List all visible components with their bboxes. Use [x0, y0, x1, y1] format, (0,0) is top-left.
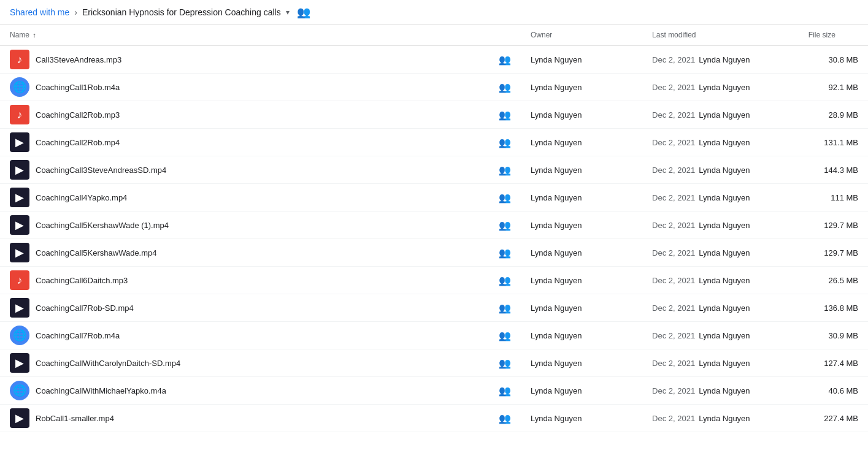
modified-by: Lynda Nguyen — [699, 248, 750, 257]
file-name-cell[interactable]: 🌐 CoachingCall1Rob.m4a 👥 — [0, 74, 521, 101]
file-table: Name ↑ Owner Last modified File size ♪ C… — [0, 25, 868, 432]
file-name-cell[interactable]: ▶ CoachingCall7Rob-SD.mp4 👥 — [0, 294, 521, 322]
table-row[interactable]: 🌐 CoachingCallWithMichaelYapko.m4a 👥 Lyn… — [0, 377, 868, 405]
file-modified-cell: Dec 2, 2021 Lynda Nguyen — [642, 294, 799, 322]
file-name-cell[interactable]: ▶ CoachingCall4Yapko.mp4 👥 — [0, 184, 521, 212]
file-owner-cell: Lynda Nguyen — [521, 212, 642, 239]
breadcrumb: Shared with me › Ericksonian Hypnosis fo… — [0, 0, 868, 25]
file-name-label: CoachingCallWithCarolynDaitch-SD.mp4 — [36, 359, 493, 368]
column-header-file-size[interactable]: File size — [799, 25, 868, 46]
column-header-last-modified[interactable]: Last modified — [642, 25, 799, 46]
file-owner-cell: Lynda Nguyen — [521, 405, 642, 432]
table-row[interactable]: ♪ CoachingCall2Rob.mp3 👥 Lynda Nguyen De… — [0, 101, 868, 129]
modified-date: Dec 2, 2021 — [652, 221, 695, 230]
column-header-name[interactable]: Name ↑ — [0, 25, 521, 46]
file-type-icon: ▶ — [10, 132, 29, 152]
file-size-cell: 227.4 MB — [799, 405, 868, 432]
file-size-cell: 111 MB — [799, 184, 868, 212]
file-name-label: Call3SteveAndreas.mp3 — [36, 55, 493, 64]
file-name-cell[interactable]: ▶ CoachingCallWithCarolynDaitch-SD.mp4 👥 — [0, 349, 521, 377]
modified-date: Dec 2, 2021 — [652, 193, 695, 202]
file-name-cell[interactable]: ▶ CoachingCall2Rob.mp4 👥 — [0, 129, 521, 156]
column-header-owner[interactable]: Owner — [521, 25, 642, 46]
table-row[interactable]: 🌐 CoachingCall7Rob.m4a 👥 Lynda Nguyen De… — [0, 322, 868, 349]
table-row[interactable]: ▶ CoachingCall4Yapko.mp4 👥 Lynda Nguyen … — [0, 184, 868, 212]
file-owner-cell: Lynda Nguyen — [521, 349, 642, 377]
breadcrumb-shared-with-me[interactable]: Shared with me — [10, 7, 69, 17]
shared-icon[interactable]: 👥 — [499, 302, 511, 314]
file-owner-cell: Lynda Nguyen — [521, 101, 642, 129]
file-modified-cell: Dec 2, 2021 Lynda Nguyen — [642, 322, 799, 349]
table-row[interactable]: ▶ CoachingCall7Rob-SD.mp4 👥 Lynda Nguyen… — [0, 294, 868, 322]
file-size-cell: 129.7 MB — [799, 239, 868, 267]
modified-date: Dec 2, 2021 — [652, 276, 695, 285]
file-name-cell[interactable]: ♪ Call3SteveAndreas.mp3 👥 — [0, 46, 521, 74]
shared-icon[interactable]: 👥 — [499, 137, 511, 148]
modified-date: Dec 2, 2021 — [652, 303, 695, 313]
folder-shared-icon[interactable]: 👥 — [297, 6, 310, 19]
table-row[interactable]: ▶ RobCall1-smaller.mp4 👥 Lynda Nguyen De… — [0, 405, 868, 432]
table-row[interactable]: ▶ CoachingCallWithCarolynDaitch-SD.mp4 👥… — [0, 349, 868, 377]
file-type-icon: 🌐 — [10, 326, 29, 345]
table-row[interactable]: ♪ Call3SteveAndreas.mp3 👥 Lynda Nguyen D… — [0, 46, 868, 74]
file-name-cell[interactable]: 🌐 CoachingCall7Rob.m4a 👥 — [0, 322, 521, 349]
shared-icon[interactable]: 👥 — [499, 192, 511, 204]
modified-date: Dec 2, 2021 — [652, 359, 695, 368]
file-size-cell: 26.5 MB — [799, 267, 868, 294]
file-type-icon: 🌐 — [10, 381, 29, 400]
shared-icon[interactable]: 👥 — [499, 275, 511, 286]
shared-icon[interactable]: 👥 — [499, 54, 511, 66]
modified-by: Lynda Nguyen — [699, 359, 750, 368]
shared-icon[interactable]: 👥 — [499, 82, 511, 93]
file-modified-cell: Dec 2, 2021 Lynda Nguyen — [642, 101, 799, 129]
table-row[interactable]: ▶ CoachingCall5KershawWade.mp4 👥 Lynda N… — [0, 239, 868, 267]
file-modified-cell: Dec 2, 2021 Lynda Nguyen — [642, 405, 799, 432]
file-modified-cell: Dec 2, 2021 Lynda Nguyen — [642, 184, 799, 212]
modified-by: Lynda Nguyen — [699, 193, 750, 202]
file-modified-cell: Dec 2, 2021 Lynda Nguyen — [642, 212, 799, 239]
shared-icon[interactable]: 👥 — [499, 357, 511, 369]
breadcrumb-current-folder: Ericksonian Hypnosis for Depression Coac… — [82, 7, 281, 17]
file-size-cell: 127.4 MB — [799, 349, 868, 377]
file-size-cell: 92.1 MB — [799, 74, 868, 101]
file-type-icon: ▶ — [10, 243, 29, 262]
modified-by: Lynda Nguyen — [699, 276, 750, 285]
modified-by: Lynda Nguyen — [699, 386, 750, 395]
table-row[interactable]: 🌐 CoachingCall1Rob.m4a 👥 Lynda Nguyen De… — [0, 74, 868, 101]
table-row[interactable]: ▶ CoachingCall3SteveAndreasSD.mp4 👥 Lynd… — [0, 156, 868, 184]
shared-icon[interactable]: 👥 — [499, 109, 511, 121]
chevron-down-icon[interactable]: ▾ — [286, 8, 290, 17]
breadcrumb-separator: › — [74, 7, 77, 17]
shared-icon[interactable]: 👥 — [499, 164, 511, 176]
modified-by: Lynda Nguyen — [699, 55, 750, 64]
modified-by: Lynda Nguyen — [699, 414, 750, 423]
shared-icon[interactable]: 👥 — [499, 219, 511, 231]
table-row[interactable]: ♪ CoachingCall6Daitch.mp3 👥 Lynda Nguyen… — [0, 267, 868, 294]
file-modified-cell: Dec 2, 2021 Lynda Nguyen — [642, 156, 799, 184]
file-name-cell[interactable]: ▶ CoachingCall5KershawWade.mp4 👥 — [0, 239, 521, 267]
modified-date: Dec 2, 2021 — [652, 138, 695, 147]
file-name-label: CoachingCall2Rob.mp4 — [36, 138, 493, 147]
shared-icon[interactable]: 👥 — [499, 330, 511, 341]
modified-by: Lynda Nguyen — [699, 221, 750, 230]
file-name-cell[interactable]: 🌐 CoachingCallWithMichaelYapko.m4a 👥 — [0, 377, 521, 405]
file-name-label: CoachingCall7Rob.m4a — [36, 331, 493, 340]
file-name-label: RobCall1-smaller.mp4 — [36, 414, 493, 423]
table-row[interactable]: ▶ CoachingCall5KershawWade (1).mp4 👥 Lyn… — [0, 212, 868, 239]
file-name-cell[interactable]: ▶ CoachingCall3SteveAndreasSD.mp4 👥 — [0, 156, 521, 184]
modified-date: Dec 2, 2021 — [652, 83, 695, 92]
file-type-icon: ▶ — [10, 188, 29, 207]
file-name-cell[interactable]: ♪ CoachingCall6Daitch.mp3 👥 — [0, 267, 521, 294]
shared-icon[interactable]: 👥 — [499, 385, 511, 397]
file-name-cell[interactable]: ▶ RobCall1-smaller.mp4 👥 — [0, 405, 521, 432]
file-size-cell: 144.3 MB — [799, 156, 868, 184]
shared-icon[interactable]: 👥 — [499, 247, 511, 259]
modified-by: Lynda Nguyen — [699, 83, 750, 92]
file-owner-cell: Lynda Nguyen — [521, 129, 642, 156]
shared-icon[interactable]: 👥 — [499, 413, 511, 424]
table-row[interactable]: ▶ CoachingCall2Rob.mp4 👥 Lynda Nguyen De… — [0, 129, 868, 156]
file-owner-cell: Lynda Nguyen — [521, 74, 642, 101]
file-name-cell[interactable]: ♪ CoachingCall2Rob.mp3 👥 — [0, 101, 521, 129]
file-name-cell[interactable]: ▶ CoachingCall5KershawWade (1).mp4 👥 — [0, 212, 521, 239]
modified-date: Dec 2, 2021 — [652, 55, 695, 64]
